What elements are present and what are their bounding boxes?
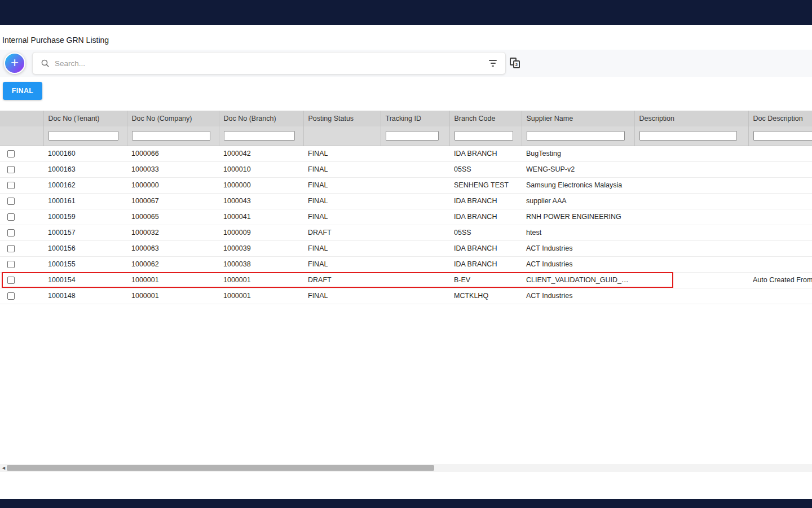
cell-doc-no-tenant: 1000154 xyxy=(43,272,127,288)
cell-doc-no-branch: 1000042 xyxy=(219,146,303,161)
cell-branch-code: SENHENG TEST xyxy=(449,177,522,193)
filter-doc-description-input[interactable] xyxy=(753,131,812,141)
filter-icon[interactable] xyxy=(488,59,497,67)
header-doc-no-company[interactable]: Doc No (Company) xyxy=(127,111,219,126)
table-filter-row xyxy=(0,126,812,146)
header-posting-status[interactable]: Posting Status xyxy=(303,111,381,126)
search-icon xyxy=(41,59,50,68)
table-row-highlighted[interactable]: 100015410000011000001DRAFTB-EVCLIENT_VAL… xyxy=(0,272,812,288)
checkbox-cell xyxy=(0,146,43,161)
table-row[interactable]: 100016210000001000000FINALSENHENG TESTSa… xyxy=(0,177,812,193)
table-row[interactable]: 100016110000671000043FINALIDA BRANCHsupp… xyxy=(0,193,812,209)
table-row[interactable]: 100016010000661000042FINALIDA BRANCHBugT… xyxy=(0,146,812,161)
header-doc-no-branch[interactable]: Doc No (Branch) xyxy=(219,111,303,126)
table-row[interactable]: 100015910000651000041FINALIDA BRANCHRNH … xyxy=(0,209,812,225)
cell-doc-description xyxy=(748,225,812,240)
row-checkbox[interactable] xyxy=(7,150,15,157)
cell-supplier-name: ACT Industries xyxy=(522,256,634,272)
header-branch-code[interactable]: Branch Code xyxy=(449,111,522,126)
cell-doc-no-tenant: 1000160 xyxy=(43,146,127,161)
cell-doc-no-branch: 1000010 xyxy=(219,161,303,177)
cell-description xyxy=(634,193,748,209)
cell-doc-no-company: 1000065 xyxy=(127,209,219,225)
cell-tracking-id xyxy=(381,240,449,256)
cell-doc-description xyxy=(748,256,812,272)
row-checkbox[interactable] xyxy=(7,245,15,252)
footer-bar xyxy=(0,499,812,508)
search-input[interactable] xyxy=(54,59,488,68)
cell-supplier-name: htest xyxy=(522,225,634,240)
table-row[interactable]: 100015610000631000039FINALIDA BRANCHACT … xyxy=(0,240,812,256)
cell-supplier-name: BugTesting xyxy=(522,146,634,161)
cell-doc-no-tenant: 1000161 xyxy=(43,193,127,209)
cell-posting-status: FINAL xyxy=(303,177,381,193)
row-checkbox[interactable] xyxy=(7,292,15,300)
cell-supplier-name: CLIENT_VALIDATION_GUID_DO... xyxy=(522,272,634,288)
row-checkbox[interactable] xyxy=(7,229,15,237)
checkbox-cell xyxy=(0,272,43,288)
add-button[interactable]: + xyxy=(4,52,25,74)
cell-posting-status: FINAL xyxy=(303,146,381,161)
cell-doc-no-branch: 1000043 xyxy=(219,193,303,209)
table-row[interactable]: 100014810000011000001FINALMCTKLHQACT Ind… xyxy=(0,288,812,304)
pages-icon[interactable]: 2 xyxy=(510,58,521,69)
cell-posting-status: FINAL xyxy=(303,161,381,177)
header-supplier-name[interactable]: Supplier Name xyxy=(522,111,634,126)
search-box[interactable] xyxy=(32,52,506,75)
row-checkbox[interactable] xyxy=(7,213,15,221)
header-doc-no-tenant[interactable]: Doc No (Tenant) xyxy=(43,111,127,126)
row-checkbox[interactable] xyxy=(7,166,15,173)
filter-doc-no-company-input[interactable] xyxy=(132,131,210,141)
cell-doc-no-tenant: 1000159 xyxy=(43,209,127,225)
scrollbar-thumb[interactable] xyxy=(7,465,434,471)
row-checkbox[interactable] xyxy=(7,277,15,284)
filter-doc-no-tenant-input[interactable] xyxy=(48,131,118,141)
checkbox-cell xyxy=(0,256,43,272)
table-row[interactable]: 100015710000321000009DRAFT05SShtest xyxy=(0,225,812,240)
cell-doc-no-branch: 1000001 xyxy=(219,288,303,304)
cell-doc-no-company: 1000001 xyxy=(127,272,219,288)
cell-description xyxy=(634,256,748,272)
table-body: 100016010000661000042FINALIDA BRANCHBugT… xyxy=(0,146,812,304)
toolbar: + 2 xyxy=(0,50,812,77)
final-button[interactable]: FINAL xyxy=(3,82,42,100)
scroll-left-arrow[interactable]: ◄ xyxy=(1,465,6,471)
row-checkbox[interactable] xyxy=(7,198,15,205)
cell-posting-status: FINAL xyxy=(303,193,381,209)
table-row[interactable]: 100016310000331000010FINAL05SSWENG-SUP-v… xyxy=(0,161,812,177)
filter-doc-no-branch-input[interactable] xyxy=(224,131,295,141)
cell-doc-no-tenant: 1000156 xyxy=(43,240,127,256)
cell-branch-code: IDA BRANCH xyxy=(449,209,522,225)
cell-doc-description: Auto Created From xyxy=(748,272,812,288)
header-checkbox-column xyxy=(0,111,43,126)
header-tracking-id[interactable]: Tracking ID xyxy=(381,111,449,126)
cell-doc-no-company: 1000032 xyxy=(127,225,219,240)
filter-description-input[interactable] xyxy=(639,131,737,141)
cell-description xyxy=(634,177,748,193)
cell-tracking-id xyxy=(381,209,449,225)
filter-branch-code-input[interactable] xyxy=(454,131,513,141)
cell-doc-no-company: 1000063 xyxy=(127,240,219,256)
checkbox-cell xyxy=(0,177,43,193)
row-checkbox[interactable] xyxy=(7,261,15,268)
horizontal-scrollbar[interactable]: ◄ xyxy=(0,464,812,472)
page-title: Internal Purchase GRN Listing xyxy=(2,36,812,45)
cell-doc-no-company: 1000062 xyxy=(127,256,219,272)
cell-supplier-name: ACT Industries xyxy=(522,240,634,256)
cell-branch-code: MCTKLHQ xyxy=(449,288,522,304)
cell-supplier-name: ACT Industries xyxy=(522,288,634,304)
cell-doc-no-branch: 1000009 xyxy=(219,225,303,240)
table-row[interactable]: 100015510000621000038FINALIDA BRANCHACT … xyxy=(0,256,812,272)
header-description[interactable]: Description xyxy=(634,111,748,126)
filter-posting-status-cell xyxy=(303,126,381,146)
filter-supplier-name-input[interactable] xyxy=(527,131,625,141)
row-checkbox[interactable] xyxy=(7,182,15,189)
cell-branch-code: 05SS xyxy=(449,161,522,177)
header-doc-description[interactable]: Doc Description xyxy=(748,111,812,126)
filter-tracking-id-input[interactable] xyxy=(386,131,439,141)
cell-doc-no-branch: 1000039 xyxy=(219,240,303,256)
cell-branch-code: IDA BRANCH xyxy=(449,193,522,209)
filter-checkbox-cell xyxy=(0,126,43,146)
cell-description xyxy=(634,161,748,177)
grn-table-container: Doc No (Tenant) Doc No (Company) Doc No … xyxy=(0,111,812,464)
